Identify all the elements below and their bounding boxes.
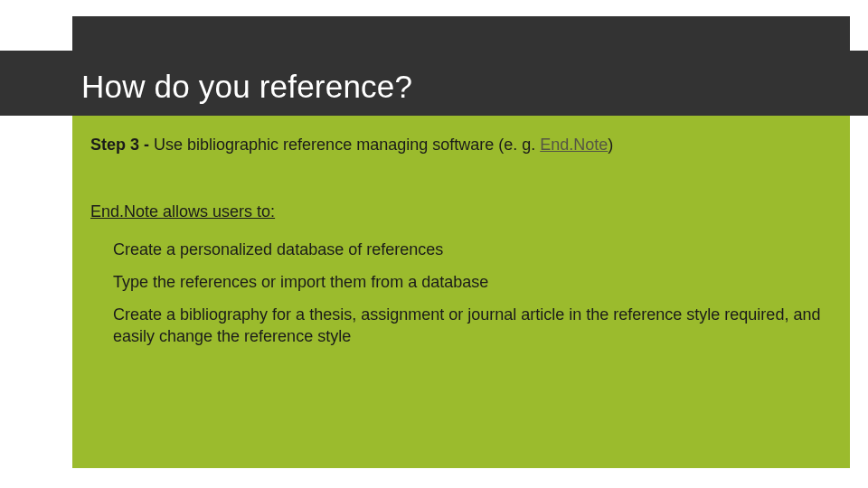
- endnote-link[interactable]: End.Note: [540, 136, 608, 154]
- list-item: Type the references or import them from …: [113, 271, 827, 293]
- step-text-before: Use bibliographic reference managing sof…: [154, 136, 540, 154]
- slide-title: How do you reference?: [81, 69, 412, 105]
- list-item: Create a bibliography for a thesis, assi…: [113, 304, 827, 348]
- step-label: Step 3 -: [90, 136, 154, 154]
- list-item: Create a personalized database of refere…: [113, 239, 827, 260]
- header-accent-bar: [72, 16, 850, 51]
- step-heading: Step 3 - Use bibliographic reference man…: [90, 136, 613, 155]
- list-subtitle: End.Note allows users to:: [90, 202, 275, 221]
- step-text-after: ): [608, 136, 613, 154]
